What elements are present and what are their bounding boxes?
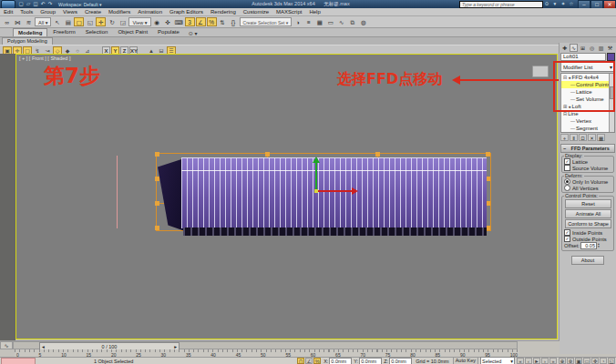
- auto-key-button[interactable]: Auto Key: [453, 357, 478, 364]
- keyboard-override-icon[interactable]: ⌨: [174, 17, 184, 26]
- infocenter-search-input[interactable]: Type a keyword or phrase: [459, 1, 543, 8]
- go-to-start-button[interactable]: «: [517, 358, 524, 364]
- move-gizmo-x-axis[interactable]: [318, 190, 353, 192]
- move-gizmo-y-axis[interactable]: [315, 162, 317, 191]
- menu-item[interactable]: MAXScript: [272, 8, 305, 15]
- mirror-icon[interactable]: ◑: [293, 17, 303, 26]
- ffd-control-points[interactable]: [155, 152, 159, 157]
- object-name-field[interactable]: Loft01: [560, 53, 606, 61]
- previous-frame-arrow-icon[interactable]: ◂: [42, 344, 45, 349]
- stack-scrollbar[interactable]: [609, 74, 614, 132]
- viewcube-widget[interactable]: [532, 66, 549, 77]
- modifier-list-dropdown[interactable]: Modifier List ▾: [560, 62, 615, 72]
- configure-modifier-sets-icon[interactable]: ▦: [597, 134, 605, 141]
- spline-shape[interactable]: [117, 156, 118, 228]
- use-pivot-center-icon[interactable]: ◉: [152, 17, 162, 26]
- viewport-label[interactable]: [ + ] [ Front ] [ Shaded ]: [19, 56, 70, 61]
- material-editor-icon[interactable]: ◍: [358, 17, 368, 26]
- new-scene-icon[interactable]: ▢: [17, 1, 25, 7]
- key-filter-dropdown[interactable]: Selected ▾: [480, 357, 515, 364]
- window-crossing-icon[interactable]: ◱: [85, 17, 95, 26]
- menu-item[interactable]: Views: [59, 8, 81, 15]
- percent-snap-icon[interactable]: %: [207, 17, 217, 26]
- modifier-stack-row[interactable]: —Control Points: [561, 81, 614, 88]
- ribbon-overflow-dropdown[interactable]: ⊙ ▾: [185, 30, 201, 36]
- ribbon-toggle-icon[interactable]: ▭: [325, 17, 335, 26]
- play-button[interactable]: ►: [533, 358, 540, 364]
- modifier-stack-row[interactable]: —Set Volume: [561, 96, 614, 103]
- control-points-button[interactable]: Conform to Shape: [565, 219, 611, 228]
- maximize-viewport-icon[interactable]: ◱: [608, 358, 615, 364]
- menu-item[interactable]: Help: [305, 8, 323, 15]
- save-file-icon[interactable]: ◫: [32, 1, 39, 7]
- about-button[interactable]: About: [571, 256, 604, 265]
- hierarchy-tab[interactable]: ⊞: [579, 44, 587, 52]
- coordinate-field[interactable]: 0.0mm: [389, 358, 412, 364]
- select-and-rotate-icon[interactable]: ↻: [107, 17, 117, 26]
- create-tab[interactable]: ✚: [560, 44, 569, 52]
- show-end-result-icon[interactable]: Ⅱ: [570, 134, 578, 141]
- previous-frame-button[interactable]: ‹: [525, 358, 532, 364]
- checkbox[interactable]: [564, 229, 570, 236]
- select-and-link-icon[interactable]: ∞: [2, 17, 12, 26]
- front-viewport[interactable]: [ + ] [ Front ] [ Shaded ] 第7步 选择FFD点移动: [15, 54, 558, 339]
- go-to-end-button[interactable]: »: [549, 358, 557, 364]
- mini-curve-editor-button[interactable]: ∿: [0, 341, 13, 349]
- next-frame-button[interactable]: ›: [541, 358, 549, 364]
- selection-region-icon[interactable]: ▢: [74, 17, 84, 26]
- select-and-scale-icon[interactable]: ◲: [118, 17, 128, 26]
- modifier-stack-row[interactable]: ⊟ ●FFD 4x4x4: [561, 74, 614, 81]
- select-and-move-icon[interactable]: ✛: [96, 17, 106, 26]
- search-icon[interactable]: ⊙: [543, 1, 550, 7]
- selection-filter-dropdown[interactable]: All ▾: [35, 17, 51, 26]
- menu-item[interactable]: Customize: [240, 8, 272, 15]
- ribbon-tab[interactable]: Selection: [81, 28, 113, 36]
- zoom-all-icon[interactable]: ⊛: [567, 358, 574, 364]
- stack-scroll-thumb[interactable]: [610, 86, 614, 99]
- communication-center-icon[interactable]: ✦: [560, 1, 567, 7]
- snap-toggle-3d-icon[interactable]: 3: [185, 17, 195, 26]
- zoom-extents-icon[interactable]: ▣: [575, 358, 582, 364]
- percent-snap-magnet-icon[interactable]: %: [313, 358, 321, 364]
- checkbox[interactable]: [564, 158, 570, 165]
- ribbon-tab[interactable]: Modeling: [13, 28, 47, 36]
- menu-item[interactable]: Animation: [134, 8, 166, 15]
- radio-button[interactable]: [564, 178, 570, 185]
- redo-icon[interactable]: ↷: [46, 1, 54, 7]
- ribbon-tab[interactable]: Freeform: [48, 28, 79, 36]
- checkbox[interactable]: [564, 165, 570, 171]
- modify-tab[interactable]: ∿: [570, 44, 578, 52]
- polygon-modeling-panel[interactable]: Polygon Modeling: [2, 37, 53, 45]
- object-color-swatch[interactable]: [607, 53, 615, 61]
- modifier-stack-row[interactable]: —Segment: [561, 125, 614, 132]
- display-tab[interactable]: ▥: [597, 44, 605, 52]
- select-by-name-icon[interactable]: ▤: [63, 17, 73, 26]
- snap-magnet-icon[interactable]: ⊓: [297, 358, 304, 364]
- align-icon[interactable]: ≡: [303, 17, 313, 26]
- next-frame-arrow-icon[interactable]: ▸: [174, 344, 177, 349]
- menu-item[interactable]: Group: [36, 8, 59, 15]
- offset-spinner[interactable]: ▴▾: [598, 243, 600, 249]
- zoom-icon[interactable]: ⊕: [559, 358, 566, 364]
- coordinate-field[interactable]: 0.0mm: [329, 358, 352, 364]
- unlink-selection-icon[interactable]: ⋈: [13, 17, 23, 26]
- modifier-stack-row[interactable]: —Vertex: [561, 117, 614, 125]
- checkbox[interactable]: [564, 236, 570, 242]
- loft-object-front-face[interactable]: [181, 157, 487, 228]
- offset-field[interactable]: 0.05: [580, 242, 597, 249]
- spinner-down-icon[interactable]: ▾: [598, 246, 600, 249]
- maxscript-mini-listener[interactable]: [1, 358, 36, 364]
- make-unique-icon[interactable]: ⊡: [579, 134, 587, 141]
- move-gizmo-center[interactable]: [314, 189, 318, 193]
- menu-item[interactable]: Edit: [0, 8, 16, 15]
- curve-editor-icon[interactable]: ∿: [336, 17, 346, 26]
- search-history-icon[interactable]: ▾: [551, 1, 559, 7]
- spinner-snap-icon[interactable]: ⇅: [218, 17, 228, 26]
- radio-button[interactable]: [564, 185, 570, 191]
- open-file-icon[interactable]: ▱: [25, 1, 32, 7]
- named-sets-dropdown[interactable]: Create Selection Set ▾: [240, 17, 293, 26]
- modifier-stack-row[interactable]: ⊞ ●Loft: [561, 103, 614, 110]
- ribbon-tab[interactable]: Object Paint: [113, 28, 152, 36]
- select-and-manipulate-icon[interactable]: ✜: [163, 17, 173, 26]
- menu-item[interactable]: Rendering: [207, 8, 240, 15]
